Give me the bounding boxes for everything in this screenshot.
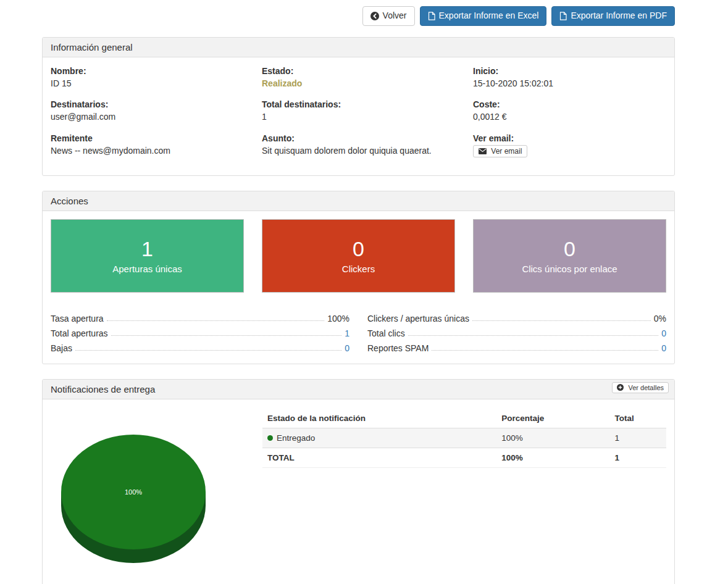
field-label: Ver email: [473, 133, 666, 144]
field-estado: Estado: Realizado [262, 65, 455, 89]
field-value: user@gmail.com [51, 111, 244, 122]
field-label: Remitente [51, 133, 244, 144]
delivery-notifications-title: Notificaciones de entrega [51, 384, 155, 394]
field-value: Sit quisquam dolorem dolor quiquia quaer… [262, 145, 455, 156]
stat-label: Total clics [367, 328, 405, 338]
status-cell: Entregado [262, 428, 496, 448]
pie-slice-label: 100% [125, 488, 142, 496]
field-inicio: Inicio: 15-10-2020 15:02:01 [473, 65, 666, 89]
toolbar: Volver Exportar Informe en Excel Exporta… [42, 6, 675, 26]
general-info-body: Nombre: ID 15 Estado: Realizado Inicio: … [43, 57, 674, 175]
dotted-leader [107, 320, 325, 321]
column-header-percentage: Porcentaje [496, 409, 609, 428]
action-box: 0 Clics únicos por enlace [473, 219, 666, 293]
action-boxes: 1 Aperturas únicas 0 Clickers 0 Clics ún… [51, 219, 666, 293]
stats-column-right: Clickers / aperturas únicas 0% Total cli… [367, 311, 666, 356]
column-header-total: Total [609, 409, 666, 428]
dotted-leader [75, 350, 341, 351]
table-row-entregado: Entregado 100% 1 [262, 428, 666, 448]
stat-value-link[interactable]: 1 [345, 328, 349, 338]
stat-value: 100% [327, 314, 349, 323]
back-button-label: Volver [383, 10, 407, 22]
delivery-notifications-body: 100% Estado de la notificación Porcentaj… [43, 399, 674, 584]
percentage-cell: 100% [496, 428, 609, 448]
dotted-leader [111, 335, 342, 336]
stat-row: Reportes SPAM 0 [367, 341, 666, 356]
delivery-table: Estado de la notificación Porcentaje Tot… [262, 409, 666, 468]
actions-heading: Acciones [43, 191, 674, 211]
status-label: Entregado [277, 433, 315, 443]
stat-label: Clickers / aperturas únicas [367, 314, 469, 323]
export-pdf-button[interactable]: Exportar Informe en PDF [551, 6, 675, 26]
delivery-pie-chart: 100% [51, 407, 262, 565]
action-stats: Tasa apertura 100% Total aperturas 1 Baj… [51, 311, 666, 356]
field-remitente: Remitente News -- news@mydomain.com [51, 133, 244, 157]
back-button[interactable]: Volver [362, 6, 415, 26]
status-badge: Realizado [262, 78, 455, 89]
pie-chart-svg: 100% [61, 435, 206, 565]
total-cell: 1 [609, 428, 666, 448]
total-row-percentage: 100% [496, 448, 609, 467]
view-details-label: Ver detalles [629, 384, 664, 391]
stat-value-link[interactable]: 0 [661, 343, 666, 353]
field-value: 15-10-2020 15:02:01 [473, 78, 666, 89]
delivery-table-header-row: Estado de la notificación Porcentaje Tot… [262, 409, 666, 428]
action-box: 1 Aperturas únicas [51, 219, 244, 293]
field-value: 1 [262, 111, 455, 122]
delivery-notifications-heading: Notificaciones de entrega Ver detalles [43, 380, 674, 399]
dotted-leader [432, 350, 658, 351]
status-dot-icon [267, 435, 273, 441]
field-value: News -- news@mydomain.com [51, 145, 244, 156]
view-email-button[interactable]: Ver email [473, 145, 527, 157]
file-icon [428, 12, 435, 20]
field-total-destinatarios: Total destinatarios: 1 [262, 99, 455, 122]
action-box-label: Clics únicos por enlace [522, 264, 617, 274]
stat-row: Tasa apertura 100% [51, 311, 349, 326]
general-info-heading: Información general [43, 38, 674, 57]
stat-row: Bajas 0 [51, 341, 349, 356]
plus-circle-icon [617, 384, 625, 391]
stat-value-link[interactable]: 0 [661, 328, 666, 338]
action-box-label: Aperturas únicas [112, 264, 182, 274]
field-label: Nombre: [51, 65, 244, 77]
delivery-notifications-panel: Notificaciones de entrega Ver detalles 1… [42, 379, 675, 584]
total-row-label: TOTAL [262, 448, 496, 467]
total-row-total: 1 [609, 448, 666, 467]
field-ver-email: Ver email: Ver email [473, 133, 666, 157]
field-label: Asunto: [262, 133, 455, 144]
field-value: 0,0012 € [473, 111, 666, 122]
envelope-icon [479, 147, 488, 156]
stats-column-left: Tasa apertura 100% Total aperturas 1 Baj… [51, 311, 349, 356]
stat-label: Total aperturas [51, 328, 108, 338]
dotted-leader [408, 335, 659, 336]
column-header-status: Estado de la notificación [262, 409, 496, 428]
dotted-leader [472, 320, 651, 321]
stat-value-link[interactable]: 0 [345, 343, 349, 353]
export-excel-button[interactable]: Exportar Informe en Excel [420, 6, 547, 26]
action-box-value: 0 [564, 238, 575, 261]
stat-value: 0% [654, 314, 666, 323]
field-label: Total destinatarios: [262, 99, 455, 110]
field-label: Coste: [473, 99, 666, 110]
actions-body: 1 Aperturas únicas 0 Clickers 0 Clics ún… [43, 211, 674, 364]
stat-row: Clickers / aperturas únicas 0% [367, 311, 666, 326]
stat-label: Bajas [51, 343, 72, 353]
action-box-value: 1 [141, 238, 153, 261]
field-coste: Coste: 0,0012 € [473, 99, 666, 122]
stat-label: Reportes SPAM [367, 343, 429, 353]
field-destinatarios: Destinatarios: user@gmail.com [51, 99, 244, 122]
export-excel-label: Exportar Informe en Excel [439, 10, 539, 22]
field-label: Inicio: [473, 65, 666, 77]
action-box: 0 Clickers [262, 219, 455, 293]
report-page: Volver Exportar Informe en Excel Exporta… [0, 0, 728, 584]
field-label: Estado: [262, 65, 455, 77]
field-nombre: Nombre: ID 15 [51, 65, 244, 89]
field-asunto: Asunto: Sit quisquam dolorem dolor quiqu… [262, 133, 455, 157]
file-icon [559, 12, 567, 20]
view-details-button[interactable]: Ver detalles [612, 382, 669, 393]
field-label: Destinatarios: [51, 99, 244, 110]
stat-row: Total aperturas 1 [51, 326, 349, 341]
general-info-title: Información general [51, 42, 133, 52]
table-row-total: TOTAL 100% 1 [262, 448, 666, 467]
actions-title: Acciones [51, 196, 88, 206]
